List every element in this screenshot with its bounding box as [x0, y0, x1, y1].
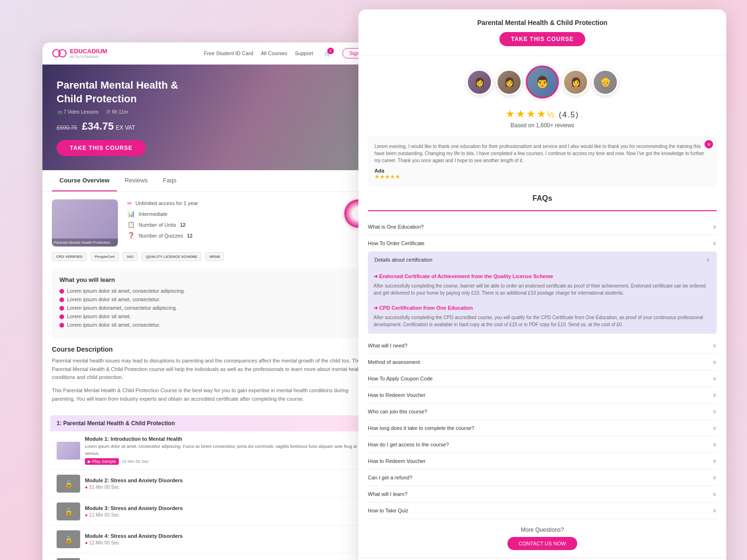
faq-question-8[interactable]: How long does it take to complete the co… — [368, 420, 717, 436]
faq-chevron-4: ∨ — [713, 359, 717, 365]
faq-chevron-1: ∨ — [713, 240, 717, 247]
cart-icon[interactable]: 🛒 1 — [324, 50, 331, 57]
faq-cert-text-1: After successfully completing the course… — [374, 282, 711, 296]
right-take-course-button[interactable]: TAKE THIS COURSE — [499, 32, 585, 46]
tab-faqs[interactable]: Faqs — [155, 170, 184, 191]
quizzes-icon: ❓ — [127, 232, 135, 239]
module-name-3: Module 4: Stress and Anxiety Disorders — [85, 533, 358, 539]
faq-chevron-8: ∨ — [713, 425, 717, 431]
accred-quality: QUALITY LICENCE SCHEME — [141, 252, 201, 261]
right-card: Parental Mental Health & Child Protectio… — [358, 9, 726, 560]
faq-item-6: How to Redeem Voucher ∨ — [368, 387, 717, 404]
faq-question-1[interactable]: How To Order Certificate ∨ — [368, 235, 717, 251]
module-item-1: 🔒 Module 2: Stress and Anxiety Disorders… — [50, 470, 374, 498]
faq-cert-title-1: ➜ Endorsed Certificate of Achievement fr… — [374, 273, 711, 280]
review-section: ✕ Lorem evening, I would like to thank o… — [368, 136, 717, 187]
level-icon: 📊 — [127, 210, 135, 217]
faq-chevron-13: ∨ — [713, 507, 717, 514]
faq-question-10[interactable]: How to Redeem Voucher ∨ — [368, 453, 717, 469]
module-thumb-4: 🔒 — [57, 558, 80, 560]
faq-chevron-6: ∨ — [713, 392, 717, 398]
learn-title: What you will learn — [59, 276, 365, 283]
module-info-3: Module 4: Stress and Anxiety Disorders ●… — [85, 533, 358, 545]
nav-free-student[interactable]: Free Student ID Card — [204, 50, 253, 56]
faq-item-3: What will I need? ∨ — [368, 338, 717, 354]
faq-question-7[interactable]: Who can join this course? ∨ — [368, 404, 717, 420]
play-sample-button[interactable]: ▶ Play Sample — [85, 458, 119, 465]
faq-question-6[interactable]: How to Redeem Voucher ∨ — [368, 387, 717, 403]
hero-meta: 📹 7 Video Lessons ⏱ 6h 11m — [57, 109, 198, 115]
learn-item-1: Lorem ipsum dolor sit amet, consectetur. — [59, 296, 365, 302]
faq-question-13[interactable]: How to Take Quiz ∨ — [368, 502, 717, 519]
faq-question-9[interactable]: How do I get access to the course? ∨ — [368, 436, 717, 453]
faq-chevron-7: ∨ — [713, 408, 717, 415]
learn-item-0: Lorem ipsum dolor sit amet, consectetur … — [59, 288, 365, 294]
right-course-title: Parental Mental Health & Child Protectio… — [373, 19, 712, 26]
faq-question-5[interactable]: How To Apply Coupon Code ∨ — [368, 371, 717, 387]
hero-title: Parental Mental Health &Child Protection — [57, 79, 198, 106]
avatar-4: 👴 — [592, 69, 618, 95]
faq-item-12: What will I learn? ∨ — [368, 486, 717, 502]
faq-item-8: How long does it take to complete the co… — [368, 420, 717, 436]
accred-cpd: CPD VERIFIED — [52, 252, 87, 261]
video-thumbnail[interactable]: Parental Mental Health Protection ▶ — [52, 199, 118, 247]
cart-badge: 1 — [327, 48, 334, 54]
faq-item-11: Can I get a refund? ∨ — [368, 469, 717, 486]
faq-chevron-3: ∨ — [713, 342, 717, 349]
faq-item-5: How To Apply Coupon Code ∨ — [368, 371, 717, 387]
avatar-1: 👩 — [496, 69, 522, 95]
faq-question-11[interactable]: Can I get a refund? ∨ — [368, 469, 717, 486]
video-lessons-meta: 📹 7 Video Lessons — [57, 109, 99, 115]
faq-question-12[interactable]: What will I learn? ∨ — [368, 486, 717, 502]
avatars-row: 👩 👩 👨 👩 👴 — [358, 56, 726, 108]
learn-section: What you will learn Lorem ipsum dolor si… — [52, 269, 373, 338]
description-section: Course Description Parental mental healt… — [42, 346, 382, 415]
tab-overview[interactable]: Course Overview — [52, 170, 117, 191]
faq-chevron-10: ∨ — [713, 458, 717, 464]
faq-item-9: How do I get access to the course? ∨ — [368, 436, 717, 453]
faq-cert-text-2: After successfully completing the CPD ac… — [374, 314, 711, 328]
module-meta-3: ● 12 Min 00 Sec — [85, 540, 358, 545]
modules-panel: 1: Parental Mental Health & Child Protec… — [50, 415, 374, 560]
new-price: £34.75 — [82, 120, 114, 132]
take-course-button[interactable]: TAKE THIS COURSE — [57, 140, 146, 156]
module-duration-0: 10 Min 00 Sec — [122, 459, 149, 464]
module-section-header: 1: Parental Mental Health & Child Protec… — [50, 415, 374, 431]
module-thumb-0 — [57, 442, 80, 460]
faq-item-13: How to Take Quiz ∨ — [368, 502, 717, 519]
page-wrapper: EDUCADIUM BE OUTSTANDING Free Student ID… — [0, 0, 747, 560]
hero-content: Parental Mental Health &Child Protection… — [57, 79, 198, 156]
nav-all-courses[interactable]: All Courses — [261, 50, 287, 56]
faq-chevron-2: ∧ — [706, 256, 710, 263]
review-close-button[interactable]: ✕ — [705, 140, 713, 148]
tab-reviews[interactable]: Reviews — [117, 170, 155, 191]
faq-chevron-0: ∨ — [713, 223, 717, 230]
faq-question-0[interactable]: What is One Education? ∨ — [368, 219, 717, 235]
nav-support[interactable]: Support — [295, 50, 313, 56]
units-info: 📋 Number of Units 12 — [127, 221, 335, 228]
module-item-3: 🔒 Module 4: Stress and Anxiety Disorders… — [50, 526, 374, 553]
old-price: £590.75 — [57, 124, 77, 131]
faq-expanded-2: ➜ Endorsed Certificate of Achievement fr… — [368, 268, 717, 334]
faq-item-4: Method of assessment ∨ — [368, 354, 717, 371]
description-title: Course Description — [52, 346, 373, 353]
quizzes-info: ❓ Number of Quizzes 12 — [127, 232, 335, 239]
learn-item-4: Lorem ipsum dolor sit amet, consectetur. — [59, 322, 365, 328]
vat-label: EX VAT — [116, 124, 135, 131]
faq-question-3[interactable]: What will I need? ∨ — [368, 338, 717, 354]
module-info-0: Module 1: Introduction to Mental Health … — [85, 436, 357, 465]
avatar-2: 👨 — [526, 66, 559, 99]
course-info-list: ∞ Unlimited access for 1 year 📊 Intermed… — [127, 199, 335, 247]
avatar-3: 👩 — [563, 69, 589, 95]
rating-label: Based on 1,600+ reviews — [368, 122, 717, 129]
right-top-section: Parental Mental Health & Child Protectio… — [358, 9, 726, 56]
faq-question-4[interactable]: Method of assessment ∨ — [368, 354, 717, 370]
review-author: Ada — [374, 168, 710, 173]
access-info: ∞ Unlimited access for 1 year — [127, 199, 335, 206]
module-info-1: Module 2: Stress and Anxiety Disorders ●… — [85, 478, 358, 490]
tabs-bar: Course Overview Reviews Faqs — [42, 170, 382, 192]
learn-dot — [59, 306, 64, 311]
faq-question-2[interactable]: Details about certification ∧ — [368, 252, 717, 268]
contact-us-button[interactable]: CONTACT US NOW — [507, 537, 577, 550]
accred-peoplecert: PeopleCert — [91, 252, 119, 261]
